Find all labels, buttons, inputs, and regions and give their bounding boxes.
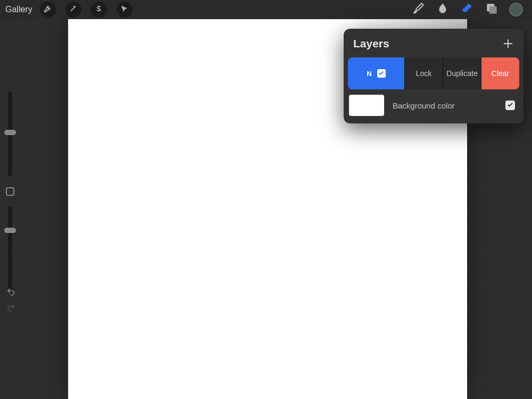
background-layer-row[interactable]: Background color bbox=[344, 89, 523, 123]
color-chip-icon bbox=[509, 3, 523, 16]
layers-panel-title: Layers bbox=[353, 37, 389, 50]
gallery-button[interactable]: Gallery bbox=[5, 5, 32, 14]
layers-tool[interactable] bbox=[481, 0, 502, 19]
smudge-icon bbox=[436, 2, 450, 18]
svg-rect-1 bbox=[489, 6, 497, 14]
background-label: Background color bbox=[393, 101, 497, 110]
layers-icon bbox=[485, 2, 498, 18]
layer-actions-row: N Lock Duplicate Clear bbox=[344, 57, 523, 89]
layer-visible-checkbox[interactable] bbox=[377, 69, 386, 78]
layers-panel: Layers N Lock Duplicate Clear Background… bbox=[344, 29, 523, 123]
add-layer-button[interactable] bbox=[502, 38, 514, 49]
top-toolbar: Gallery bbox=[0, 0, 532, 19]
cursor-icon bbox=[120, 4, 129, 15]
background-swatch bbox=[349, 95, 384, 116]
brush-icon bbox=[411, 2, 425, 18]
redo-icon bbox=[6, 303, 15, 314]
brush-size-thumb[interactable] bbox=[4, 130, 16, 135]
selection-button[interactable] bbox=[91, 2, 107, 18]
brush-size-slider[interactable] bbox=[8, 92, 12, 177]
wrench-icon bbox=[43, 4, 52, 15]
wand-icon bbox=[69, 4, 78, 15]
check-icon bbox=[507, 101, 513, 110]
undo-button[interactable] bbox=[4, 286, 17, 299]
check-icon bbox=[378, 69, 384, 78]
clear-button[interactable]: Clear bbox=[481, 57, 519, 89]
plus-icon bbox=[502, 42, 514, 51]
blend-mode-label: N bbox=[367, 70, 371, 78]
brush-tool[interactable] bbox=[408, 0, 429, 19]
transform-button[interactable] bbox=[117, 2, 132, 18]
smudge-tool[interactable] bbox=[432, 0, 453, 19]
redo-button[interactable] bbox=[4, 302, 17, 315]
selected-layer[interactable]: N bbox=[348, 57, 404, 89]
sidebar bbox=[2, 92, 18, 315]
lock-button[interactable]: Lock bbox=[404, 57, 443, 89]
modify-button[interactable] bbox=[6, 187, 14, 196]
undo-icon bbox=[6, 287, 15, 298]
color-picker[interactable] bbox=[505, 0, 527, 19]
undo-redo bbox=[4, 286, 17, 318]
background-visible-checkbox[interactable] bbox=[505, 101, 515, 110]
opacity-slider[interactable] bbox=[8, 206, 12, 292]
eraser-tool[interactable] bbox=[456, 0, 478, 19]
selection-s-icon bbox=[94, 4, 103, 15]
duplicate-button[interactable]: Duplicate bbox=[443, 57, 481, 89]
adjustments-button[interactable] bbox=[65, 2, 81, 18]
actions-button[interactable] bbox=[40, 2, 56, 18]
eraser-icon bbox=[460, 2, 474, 18]
opacity-thumb[interactable] bbox=[4, 228, 16, 233]
